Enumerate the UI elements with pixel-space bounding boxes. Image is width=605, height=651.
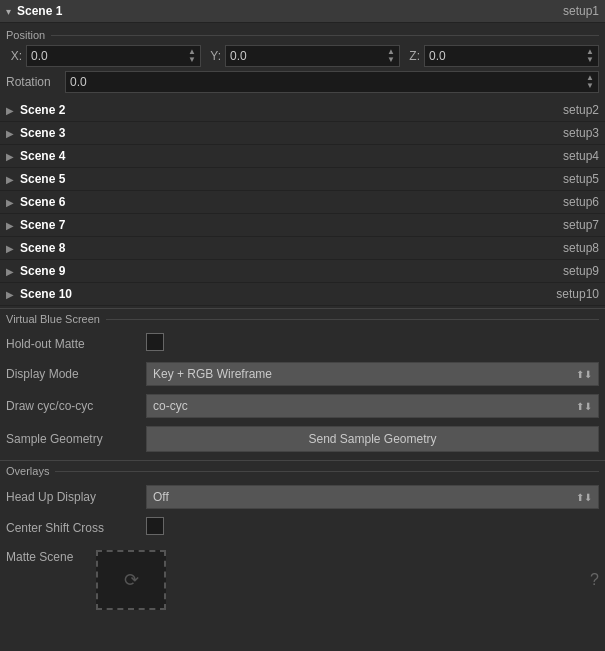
scene-row-10[interactable]: ▶ Scene 10 setup10 <box>0 283 605 306</box>
rotation-row: Rotation ▲ ▼ <box>0 69 605 95</box>
scene-row-2[interactable]: ▶ Scene 2 setup2 <box>0 99 605 122</box>
scene-name-6: Scene 6 <box>20 195 563 209</box>
hold-out-matte-row: Hold-out Matte <box>0 329 605 358</box>
position-label: Position <box>0 27 605 43</box>
scene-setup-7: setup7 <box>563 218 599 232</box>
virtual-blue-screen-section: Virtual Blue Screen Hold-out Matte Displ… <box>0 308 605 456</box>
head-up-display-dropdown[interactable]: Off ⬆⬇ <box>146 485 599 509</box>
display-mode-label: Display Mode <box>6 367 146 381</box>
center-shift-cross-label: Center Shift Cross <box>6 521 146 535</box>
scene-name-10: Scene 10 <box>20 287 556 301</box>
scene-chevron-9: ▶ <box>6 266 14 277</box>
position-section: Position X: ▲ ▼ Y: ▲ ▼ Z: ▲ ▼ Rota <box>0 23 605 99</box>
head-up-display-control[interactable]: Off ⬆⬇ <box>146 485 599 509</box>
send-button-label: Send Sample Geometry <box>308 432 436 446</box>
matte-scene-section: Matte Scene ⟳ ? <box>0 542 605 618</box>
scene-name-4: Scene 4 <box>20 149 563 163</box>
rotation-value-input[interactable] <box>70 75 586 89</box>
overlays-section: Overlays Head Up Display Off ⬆⬇ Center S… <box>0 460 605 618</box>
draw-cyc-control[interactable]: co-cyc ⬆⬇ <box>146 394 599 418</box>
scene-name-3: Scene 3 <box>20 126 563 140</box>
scene-row-5[interactable]: ▶ Scene 5 setup5 <box>0 168 605 191</box>
z-value-input[interactable] <box>429 49 586 63</box>
scene-chevron-4: ▶ <box>6 151 14 162</box>
x-spin-arrows[interactable]: ▲ ▼ <box>188 48 196 64</box>
scene-row-7[interactable]: ▶ Scene 7 setup7 <box>0 214 605 237</box>
x-input[interactable]: ▲ ▼ <box>26 45 201 67</box>
scene1-chevron: ▾ <box>6 6 11 17</box>
draw-cyc-dropdown[interactable]: co-cyc ⬆⬇ <box>146 394 599 418</box>
display-mode-row: Display Mode Key + RGB Wireframe ⬆⬇ <box>0 358 605 390</box>
z-spin-arrows[interactable]: ▲ ▼ <box>586 48 594 64</box>
center-shift-cross-row: Center Shift Cross <box>0 513 605 542</box>
y-spin-arrows[interactable]: ▲ ▼ <box>387 48 395 64</box>
matte-scene-label: Matte Scene <box>6 550 86 564</box>
scene-setup-3: setup3 <box>563 126 599 140</box>
head-up-display-value: Off <box>153 490 169 504</box>
send-sample-geometry-button[interactable]: Send Sample Geometry <box>146 426 599 452</box>
rotation-spin-arrows[interactable]: ▲ ▼ <box>586 74 594 90</box>
head-up-display-row: Head Up Display Off ⬆⬇ <box>0 481 605 513</box>
send-sample-geometry-control[interactable]: Send Sample Geometry <box>146 426 599 452</box>
scene-chevron-3: ▶ <box>6 128 14 139</box>
scene-chevron-5: ▶ <box>6 174 14 185</box>
y-input[interactable]: ▲ ▼ <box>225 45 400 67</box>
scene1-name: Scene 1 <box>17 4 62 18</box>
x-value-input[interactable] <box>31 49 188 63</box>
scene-setup-5: setup5 <box>563 172 599 186</box>
scene1-header[interactable]: ▾ Scene 1 setup1 <box>0 0 605 23</box>
scene-row-4[interactable]: ▶ Scene 4 setup4 <box>0 145 605 168</box>
scene-row-3[interactable]: ▶ Scene 3 setup3 <box>0 122 605 145</box>
scene-chevron-7: ▶ <box>6 220 14 231</box>
scene-chevron-10: ▶ <box>6 289 14 300</box>
scene-row-9[interactable]: ▶ Scene 9 setup9 <box>0 260 605 283</box>
display-mode-control[interactable]: Key + RGB Wireframe ⬆⬇ <box>146 362 599 386</box>
scene-list: ▶ Scene 2 setup2 ▶ Scene 3 setup3 ▶ Scen… <box>0 99 605 306</box>
z-input[interactable]: ▲ ▼ <box>424 45 599 67</box>
z-label: Z: <box>404 49 420 63</box>
scene-row-6[interactable]: ▶ Scene 6 setup6 <box>0 191 605 214</box>
help-icon[interactable]: ? <box>590 571 599 589</box>
scene-chevron-2: ▶ <box>6 105 14 116</box>
draw-cyc-value: co-cyc <box>153 399 188 413</box>
hold-out-matte-label: Hold-out Matte <box>6 337 146 351</box>
rotation-input[interactable]: ▲ ▼ <box>65 71 599 93</box>
draw-cyc-row: Draw cyc/co-cyc co-cyc ⬆⬇ <box>0 390 605 422</box>
xyz-row: X: ▲ ▼ Y: ▲ ▼ Z: ▲ ▼ <box>0 43 605 69</box>
y-label: Y: <box>205 49 221 63</box>
scene-setup-6: setup6 <box>563 195 599 209</box>
vbs-label: Virtual Blue Screen <box>0 308 605 329</box>
display-mode-dropdown[interactable]: Key + RGB Wireframe ⬆⬇ <box>146 362 599 386</box>
scene-setup-8: setup8 <box>563 241 599 255</box>
overlays-label: Overlays <box>0 460 605 481</box>
rotation-label: Rotation <box>6 75 61 89</box>
center-shift-cross-checkbox[interactable] <box>146 517 164 535</box>
scene-setup-9: setup9 <box>563 264 599 278</box>
scene-chevron-6: ▶ <box>6 197 14 208</box>
display-mode-value: Key + RGB Wireframe <box>153 367 272 381</box>
scene-setup-2: setup2 <box>563 103 599 117</box>
scene1-setup: setup1 <box>563 4 599 18</box>
hold-out-matte-control <box>146 333 599 354</box>
scene-row-8[interactable]: ▶ Scene 8 setup8 <box>0 237 605 260</box>
draw-cyc-label: Draw cyc/co-cyc <box>6 399 146 413</box>
sample-geometry-label: Sample Geometry <box>6 432 146 446</box>
scene-setup-10: setup10 <box>556 287 599 301</box>
draw-cyc-arrow: ⬆⬇ <box>576 401 592 412</box>
center-shift-cross-control <box>146 517 599 538</box>
y-value-input[interactable] <box>230 49 387 63</box>
scene-name-8: Scene 8 <box>20 241 563 255</box>
sample-geometry-row: Sample Geometry Send Sample Geometry <box>0 422 605 456</box>
hud-arrow: ⬆⬇ <box>576 492 592 503</box>
scene-name-5: Scene 5 <box>20 172 563 186</box>
scene-name-9: Scene 9 <box>20 264 563 278</box>
matte-scene-thumbnail[interactable]: ⟳ <box>96 550 166 610</box>
display-mode-arrow: ⬆⬇ <box>576 369 592 380</box>
head-up-display-label: Head Up Display <box>6 490 146 504</box>
scene-name-2: Scene 2 <box>20 103 563 117</box>
scene-name-7: Scene 7 <box>20 218 563 232</box>
scene-setup-4: setup4 <box>563 149 599 163</box>
x-label: X: <box>6 49 22 63</box>
hold-out-matte-checkbox[interactable] <box>146 333 164 351</box>
scene-chevron-8: ▶ <box>6 243 14 254</box>
